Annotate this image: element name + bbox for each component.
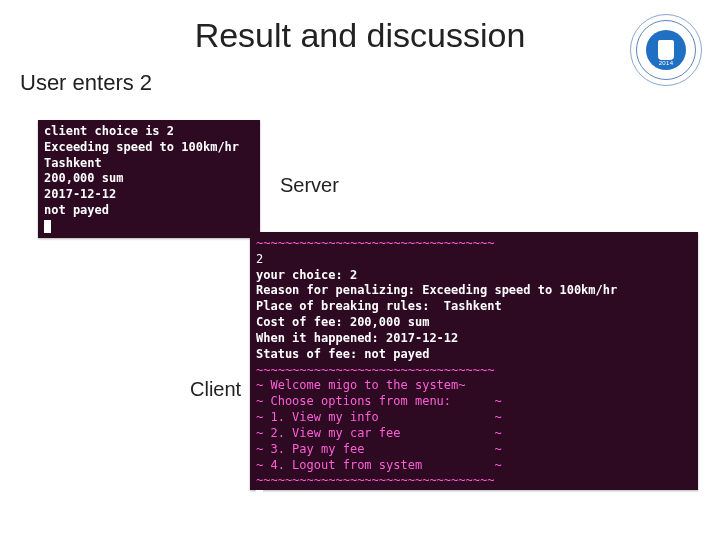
server-line: 2017-12-12: [44, 187, 116, 201]
server-terminal: client choice is 2 Exceeding speed to 10…: [38, 120, 260, 238]
menu-line: ~ 4. Logout from system ~: [256, 458, 502, 472]
separator-line: ~~~~~~~~~~~~~~~~~~~~~~~~~~~~~~~~~: [256, 236, 494, 250]
menu-line: ~ Choose options from menu: ~: [256, 394, 502, 408]
client-line: Reason for penalizing: Exceeding speed t…: [256, 283, 617, 297]
client-line: Status of fee: not payed: [256, 347, 429, 361]
client-label: Client: [190, 378, 241, 401]
client-line: When it happened: 2017-12-12: [256, 331, 458, 345]
cursor-icon: [256, 490, 263, 503]
client-line: Cost of fee: 200,000 sum: [256, 315, 429, 329]
menu-line: ~ 3. Pay my fee ~: [256, 442, 502, 456]
server-line: Exceeding speed to 100km/hr: [44, 140, 239, 154]
client-terminal: ~~~~~~~~~~~~~~~~~~~~~~~~~~~~~~~~~ 2 your…: [250, 232, 698, 490]
server-line: Tashkent: [44, 156, 102, 170]
client-line: Place of breaking rules: Tashkent: [256, 299, 502, 313]
separator-line: ~~~~~~~~~~~~~~~~~~~~~~~~~~~~~~~~~: [256, 363, 494, 377]
separator-line: ~~~~~~~~~~~~~~~~~~~~~~~~~~~~~~~~~: [256, 473, 494, 487]
page-title: Result and discussion: [0, 16, 720, 55]
server-label: Server: [280, 174, 339, 197]
client-input: 2: [256, 252, 263, 266]
menu-line: ~ Welcome migo to the system~: [256, 378, 466, 392]
subtitle-text: User enters 2: [20, 70, 152, 96]
university-logo: 2014: [630, 14, 702, 86]
logo-year: 2014: [630, 60, 702, 66]
cursor-icon: [44, 220, 51, 233]
menu-line: ~ 1. View my info ~: [256, 410, 502, 424]
server-line: client choice is 2: [44, 124, 174, 138]
client-line: your choice: 2: [256, 268, 357, 282]
server-line: 200,000 sum: [44, 171, 123, 185]
server-line: not payed: [44, 203, 109, 217]
menu-line: ~ 2. View my car fee ~: [256, 426, 502, 440]
